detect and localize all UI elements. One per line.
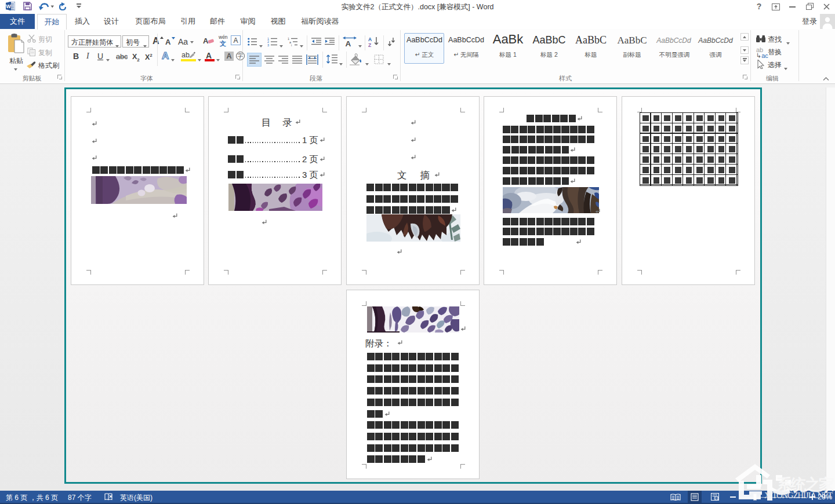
svg-text:i: i xyxy=(291,43,292,46)
svg-text:3: 3 xyxy=(267,43,269,47)
svg-text:A: A xyxy=(368,36,372,42)
svg-text:Z: Z xyxy=(368,42,371,48)
svg-text:A: A xyxy=(346,39,351,47)
